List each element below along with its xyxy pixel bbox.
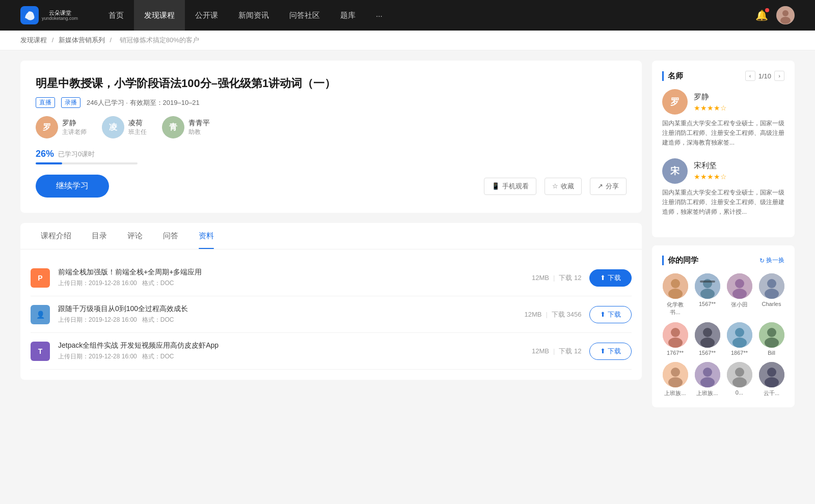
- teacher-2-name: 凌荷: [128, 119, 147, 128]
- sidebar-teacher-1-name: 罗静: [694, 92, 727, 102]
- classmate-10-name: 上班族...: [696, 389, 718, 397]
- sidebar: 名师 ‹ 1/10 › 罗 罗静 ★★★★☆ 国内某重点大学安全工程专业硕士，国…: [652, 61, 795, 415]
- nav-public[interactable]: 公开课: [185, 0, 228, 31]
- logo-icon: [20, 6, 39, 24]
- svg-point-15: [767, 279, 776, 288]
- svg-point-0: [28, 11, 31, 14]
- action-btns: 📱 手机观看 ☆ 收藏 ↗ 分享: [484, 178, 627, 195]
- classmate-11-avatar: [727, 362, 752, 387]
- mobile-label: 手机观看: [502, 182, 529, 191]
- svg-point-24: [735, 328, 744, 337]
- notification-dot: [765, 8, 769, 12]
- classmate-9-name: 上班族...: [664, 389, 686, 397]
- classmate-8: Bill: [758, 322, 784, 356]
- tab-reviews[interactable]: 评论: [117, 223, 153, 249]
- tab-materials[interactable]: 资料: [188, 223, 224, 249]
- classmate-3-name: 张小田: [731, 301, 748, 309]
- classmate-2: 1567**: [694, 273, 720, 316]
- nav-quiz[interactable]: 题库: [330, 0, 366, 31]
- download-button-3[interactable]: ⬆ 下载: [589, 343, 632, 360]
- file-stats-3: 12MB | 下载 12: [532, 347, 581, 356]
- classmate-10-avatar: [695, 362, 720, 387]
- svg-point-40: [765, 377, 779, 387]
- user-avatar-nav[interactable]: [776, 6, 795, 24]
- mobile-icon: 📱: [492, 182, 500, 190]
- mobile-watch-button[interactable]: 📱 手机观看: [484, 178, 536, 195]
- refresh-button[interactable]: ↻ 换一换: [759, 256, 784, 265]
- svg-point-30: [671, 368, 680, 377]
- tab-qa[interactable]: 问答: [153, 223, 188, 249]
- sidebar-teacher-2-desc: 国内某重点大学安全工程专业硕士，国家一级注册消防工程师、注册安全工程师、级注册建…: [662, 188, 784, 217]
- teacher-2: 凌 凌荷 班主任: [102, 116, 147, 138]
- bell-button[interactable]: 🔔: [755, 9, 768, 21]
- classmate-1-avatar: [663, 273, 688, 299]
- download-button-1[interactable]: ⬆ 下载: [589, 269, 632, 287]
- svg-point-37: [732, 377, 747, 387]
- share-button[interactable]: ↗ 分享: [590, 178, 627, 195]
- sidebar-teacher-2-name: 宋利坚: [694, 161, 727, 171]
- content-area: 明星中教授课，小学阶段语法100分–强化级第1讲动词（一） 直播 录播 246人…: [20, 61, 642, 415]
- tab-catalog[interactable]: 目录: [82, 223, 117, 249]
- star-icon: ☆: [552, 182, 558, 190]
- progress-bar-fill: [36, 162, 62, 164]
- file-icon-1: P: [31, 268, 50, 288]
- classmate-2-name: 1567**: [699, 301, 716, 307]
- svg-rect-10: [700, 281, 715, 283]
- nav-qa[interactable]: 问答社区: [279, 0, 330, 31]
- breadcrumb-link-2[interactable]: 新媒体营销系列: [59, 36, 105, 44]
- nav-news[interactable]: 新闻资讯: [228, 0, 279, 31]
- progress-sublabel: 已学习0课时: [58, 150, 95, 159]
- progress-section: 26% 已学习0课时: [36, 149, 627, 164]
- classmate-9: 上班族...: [662, 362, 688, 397]
- course-title: 明星中教授课，小学阶段语法100分–强化级第1讲动词（一）: [36, 76, 627, 91]
- svg-point-39: [767, 368, 776, 377]
- share-label: 分享: [606, 182, 619, 191]
- svg-point-27: [767, 328, 776, 337]
- teacher-3-name: 青青平: [188, 119, 210, 128]
- pagination-prev[interactable]: ‹: [745, 71, 755, 81]
- tab-intro[interactable]: 课程介绍: [31, 223, 82, 249]
- teacher-1: 罗 罗静 主讲老师: [36, 116, 87, 138]
- svg-point-21: [703, 328, 712, 337]
- classmate-8-avatar: [759, 322, 784, 348]
- file-item-3: T Jetpack全组件实战 开发短视频应用高仿皮皮虾App 上传日期：2019…: [31, 333, 632, 370]
- nav-discover[interactable]: 发现课程: [134, 0, 185, 31]
- collect-button[interactable]: ☆ 收藏: [545, 178, 582, 195]
- nav-more[interactable]: ···: [366, 0, 393, 31]
- download-button-2[interactable]: ⬆ 下载: [589, 306, 632, 323]
- svg-point-33: [703, 368, 712, 377]
- classmate-7-name: 1867**: [731, 350, 748, 356]
- classmate-11: 0...: [726, 362, 752, 397]
- classmate-8-name: Bill: [768, 350, 775, 356]
- file-icon-3: T: [31, 342, 50, 361]
- svg-point-8: [703, 279, 712, 288]
- refresh-label: 换一换: [766, 256, 784, 265]
- classmate-12-name: 云千...: [764, 389, 779, 397]
- svg-point-18: [671, 328, 680, 337]
- teacher-pagination: ‹ 1/10 ›: [745, 71, 784, 81]
- breadcrumb: 发现课程 / 新媒体营销系列 / 销冠修炼术搞定80%的客户: [0, 31, 815, 50]
- teacher-1-avatar: 罗: [36, 116, 58, 138]
- badge-record: 录播: [61, 97, 80, 108]
- classmate-4-avatar: [759, 273, 784, 299]
- classmate-5: 1767**: [662, 322, 688, 356]
- file-name-1: 前端全栈加强版！前端全栈+全周期+多端应用: [58, 268, 524, 277]
- breadcrumb-link-1[interactable]: 发现课程: [20, 36, 47, 44]
- pagination-next[interactable]: ›: [774, 71, 784, 81]
- svg-point-28: [765, 338, 779, 348]
- file-meta-3: 上传日期：2019-12-28 16:00 格式：DOC: [58, 352, 524, 361]
- teacher-3-avatar: 青: [162, 116, 184, 138]
- classmate-3-avatar: [727, 273, 752, 299]
- svg-point-6: [668, 289, 683, 299]
- navbar: 云朵课堂 yundoketang.com 首页 发现课程 公开课 新闻资讯 问答…: [0, 0, 815, 31]
- nav-home[interactable]: 首页: [98, 0, 134, 31]
- svg-point-12: [735, 279, 744, 288]
- continue-button[interactable]: 继续学习: [36, 175, 109, 198]
- svg-point-19: [668, 338, 683, 348]
- logo-sub: yundoketang.com: [42, 16, 78, 21]
- sidebar-teacher-2-avatar: 宋: [662, 158, 688, 184]
- logo[interactable]: 云朵课堂 yundoketang.com: [20, 6, 78, 24]
- classmates-grid: 化学教书... 1567** 张小田: [662, 273, 784, 397]
- classmate-7: 1867**: [726, 322, 752, 356]
- classmate-4: Charles: [758, 273, 784, 316]
